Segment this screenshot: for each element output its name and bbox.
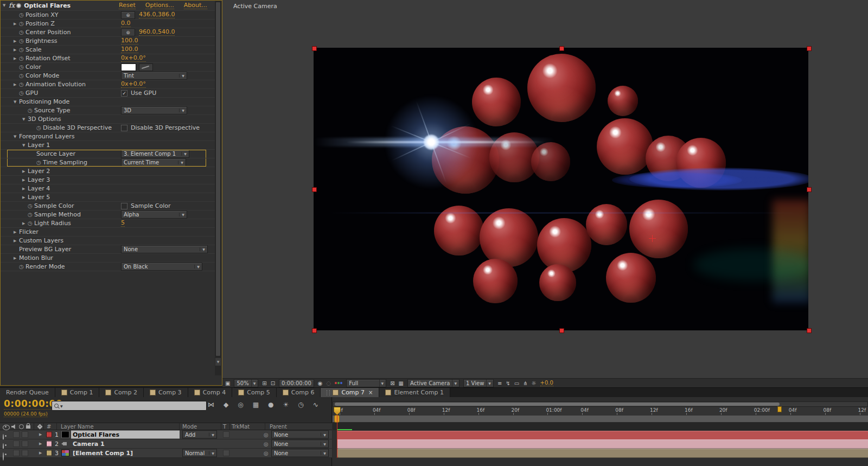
parent-pickwhip-icon[interactable]: ◎ bbox=[264, 450, 269, 456]
magnification-dropdown[interactable]: 50% ▼ bbox=[234, 379, 258, 387]
param-dropdown[interactable]: 3D▼ bbox=[121, 106, 187, 114]
stopwatch-icon[interactable]: ◷ bbox=[19, 56, 25, 61]
expander-icon[interactable]: ▼ bbox=[22, 143, 28, 148]
param-value[interactable]: 960.0,540.0 bbox=[139, 29, 175, 36]
layer-expander-icon[interactable]: ▶ bbox=[39, 432, 42, 437]
param-checkbox[interactable]: ✓ bbox=[121, 90, 127, 97]
layer-expander-icon[interactable]: ▶ bbox=[39, 451, 42, 455]
selection-handle[interactable] bbox=[312, 187, 317, 192]
tab-element-comp-1[interactable]: Element Comp 1 bbox=[379, 388, 450, 397]
effect-row-layer-4[interactable]: ▶Layer 4 bbox=[1, 184, 215, 193]
grid-guides-icon[interactable]: ≡ bbox=[497, 379, 502, 387]
effect-row-motion-blur[interactable]: ▶Motion Blur bbox=[1, 254, 215, 263]
frame-blend-button[interactable]: ▦ bbox=[253, 400, 259, 409]
selection-handle[interactable] bbox=[807, 328, 812, 333]
tab-comp-2[interactable]: Comp 2 bbox=[99, 388, 144, 397]
stopwatch-icon[interactable]: ◷ bbox=[36, 160, 43, 165]
about-link[interactable]: About... bbox=[184, 2, 207, 9]
expander-icon[interactable]: ▶ bbox=[22, 187, 28, 191]
selection-handle[interactable] bbox=[807, 46, 812, 51]
selection-handle[interactable] bbox=[807, 187, 812, 192]
effect-row-disable-3d-perspective[interactable]: ◷Disable 3D PerspectiveDisable 3D Perspe… bbox=[1, 124, 215, 132]
effect-row-layer-5[interactable]: ▶Layer 5 bbox=[1, 193, 215, 202]
layer-switch-cell[interactable] bbox=[22, 431, 28, 438]
auto-keyframe-button[interactable]: ◷ bbox=[298, 400, 303, 409]
work-area-bar[interactable] bbox=[333, 415, 868, 423]
expander-icon[interactable]: ▼ bbox=[22, 117, 28, 122]
effect-row-animation-evolution[interactable]: ▶◷Animation Evolution0x+0.0° bbox=[1, 80, 215, 89]
param-value[interactable]: 436.0,386.0 bbox=[139, 11, 175, 18]
view-dropdown[interactable]: Active Camera ▼ bbox=[407, 379, 459, 387]
layer-row-camera-1[interactable]: ▶2Camera 1◎None▼ bbox=[0, 439, 332, 449]
effect-row-rotation-offset[interactable]: ▶◷Rotation Offset0x+0.0° bbox=[1, 54, 215, 63]
effect-row-render-mode[interactable]: ◷Render ModeOn Black▼ bbox=[1, 263, 215, 271]
expander-icon[interactable]: ▶ bbox=[22, 169, 28, 174]
layer-expander-icon[interactable]: ▶ bbox=[39, 442, 42, 446]
tab-close-icon[interactable]: × bbox=[368, 390, 373, 395]
layer-switch-cell[interactable] bbox=[13, 450, 20, 456]
region-icon[interactable]: ⊠ bbox=[390, 379, 394, 387]
effect-row-color[interactable]: ◷Color bbox=[1, 63, 215, 72]
point-picker-button[interactable]: ⊕ bbox=[121, 29, 135, 36]
tab-comp-4[interactable]: Comp 4 bbox=[188, 388, 233, 397]
tab-render-queue[interactable]: Render Queue bbox=[0, 388, 55, 397]
blend-mode-dropdown[interactable]: Normal▼ bbox=[182, 449, 217, 457]
comp-miniflowchart-button[interactable]: ⋈ bbox=[208, 400, 214, 409]
effect-row-gpu[interactable]: ◷GPU✓Use GPU bbox=[1, 89, 215, 98]
view-layout-dropdown[interactable]: 1 View ▼ bbox=[463, 379, 494, 387]
effect-row-flicker[interactable]: ▶Flicker bbox=[1, 228, 215, 237]
fast-preview-icon[interactable]: ↯ bbox=[506, 379, 510, 387]
expander-icon[interactable]: ▶ bbox=[14, 82, 19, 87]
param-dropdown[interactable]: None▼ bbox=[121, 245, 208, 253]
effect-row-source-type[interactable]: ◷Source Type3D▼ bbox=[1, 106, 215, 115]
effect-row-custom-layers[interactable]: ▶Custom Layers bbox=[1, 237, 215, 245]
hide-shy-button[interactable]: ◎ bbox=[238, 400, 243, 409]
param-dropdown[interactable]: Alpha▼ bbox=[121, 210, 187, 219]
stopwatch-icon[interactable]: ◷ bbox=[19, 264, 25, 270]
stopwatch-icon[interactable]: ◷ bbox=[19, 21, 25, 27]
snapshot-camera-icon[interactable]: ◉ bbox=[318, 379, 323, 387]
stopwatch-icon[interactable]: ◷ bbox=[28, 212, 34, 218]
param-dropdown[interactable]: 3. Element Comp 1▼ bbox=[121, 150, 189, 158]
motion-blur-button[interactable]: ● bbox=[268, 400, 273, 409]
layer-switch-cell[interactable] bbox=[22, 441, 28, 447]
eyedropper-button[interactable] bbox=[139, 63, 153, 71]
effect-row-layer-1[interactable]: ▼Layer 1 bbox=[1, 141, 215, 150]
effect-row-positioning-mode[interactable]: ▼Positioning Mode bbox=[1, 98, 215, 106]
param-value[interactable]: 0x+0.0° bbox=[121, 55, 146, 62]
expander-icon[interactable]: ▼ bbox=[14, 100, 19, 104]
effect-row-time-sampling[interactable]: ◷Time SamplingCurrent Time▼ bbox=[1, 158, 215, 167]
effect-row-sample-method[interactable]: ◷Sample MethodAlpha▼ bbox=[1, 210, 215, 219]
parent-dropdown[interactable]: None▼ bbox=[271, 431, 329, 439]
effect-row-source-layer[interactable]: Source Layer3. Element Comp 1▼ bbox=[1, 150, 215, 158]
tab-comp-3[interactable]: Comp 3 bbox=[144, 388, 188, 397]
time-navigator-thumb[interactable] bbox=[335, 403, 780, 406]
stopwatch-icon[interactable]: ◷ bbox=[19, 82, 25, 87]
effect-row-light-radius[interactable]: ▶◷Light Radius5 bbox=[1, 219, 215, 228]
blend-mode-dropdown[interactable]: Add▼ bbox=[182, 431, 217, 439]
region-of-interest-icon[interactable]: ⊡ bbox=[271, 379, 275, 387]
resolution-dropdown[interactable]: Full ▼ bbox=[346, 379, 386, 387]
mini-flowchart-icon[interactable]: ⋔ bbox=[523, 379, 527, 387]
layer-switch-cell[interactable] bbox=[13, 431, 20, 438]
effect-expander-icon[interactable]: ▼ bbox=[3, 3, 8, 8]
work-area-end-marker[interactable] bbox=[777, 406, 782, 412]
scrollbar-thumb[interactable] bbox=[215, 2, 221, 356]
param-value[interactable]: 100.0 bbox=[121, 37, 138, 44]
time-ruler[interactable]: 0f04f08f12f16f20f01:00f04f08f12f16f20f02… bbox=[333, 407, 868, 416]
expander-icon[interactable]: ▶ bbox=[22, 178, 28, 182]
stopwatch-icon[interactable]: ◷ bbox=[19, 73, 25, 79]
effect-row-sample-color[interactable]: ◷Sample ColorSample Color bbox=[1, 202, 215, 210]
param-value[interactable]: 5 bbox=[121, 220, 125, 227]
tab-comp-7[interactable]: Comp 7× bbox=[321, 388, 379, 397]
brainstorm-button[interactable]: ☀ bbox=[283, 400, 289, 409]
time-navigator[interactable] bbox=[333, 401, 868, 407]
effect-row-center-position[interactable]: ◷Center Position⊕960.0,540.0 bbox=[1, 28, 215, 37]
stopwatch-icon[interactable]: ◷ bbox=[19, 30, 25, 35]
safe-zones-icon[interactable]: ⊞ bbox=[262, 379, 266, 387]
stopwatch-icon[interactable]: ◷ bbox=[28, 221, 34, 226]
expander-icon[interactable]: ▶ bbox=[14, 22, 19, 26]
parent-pickwhip-icon[interactable]: ◎ bbox=[264, 441, 269, 447]
expander-icon[interactable]: ▶ bbox=[14, 39, 19, 43]
composition-image[interactable] bbox=[314, 48, 808, 330]
